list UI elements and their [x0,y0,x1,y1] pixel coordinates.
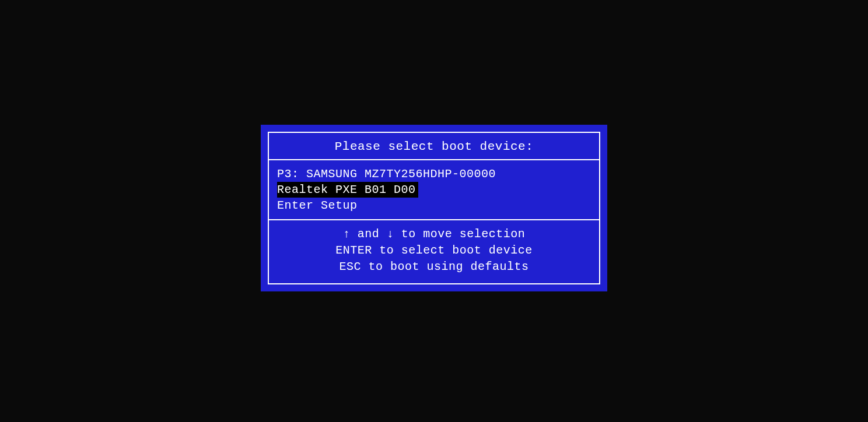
instruction-esc: ESC to boot using defaults [277,259,591,275]
boot-device-item-2[interactable]: Enter Setup [277,198,358,213]
boot-device-item-0[interactable]: P3: SAMSUNG MZ7TY256HDHP-00000 [277,166,496,182]
boot-device-item-1[interactable]: Realtek PXE B01 D00 [277,182,418,198]
boot-menu-dialog: Please select boot device: P3: SAMSUNG M… [261,125,607,291]
arrow-down-icon: ↓ [387,227,394,241]
instruction-enter: ENTER to select boot device [277,242,591,259]
instruction-move: to move selection [394,227,525,241]
arrow-up-icon: ↑ [343,227,351,241]
boot-menu-frame: Please select boot device: P3: SAMSUNG M… [268,132,600,284]
boot-device-list[interactable]: P3: SAMSUNG MZ7TY256HDHP-00000 Realtek P… [269,160,599,220]
boot-menu-instructions: ↑ and ↓ to move selection ENTER to selec… [269,220,599,283]
instruction-and: and [350,227,387,241]
boot-menu-title: Please select boot device: [269,133,599,160]
